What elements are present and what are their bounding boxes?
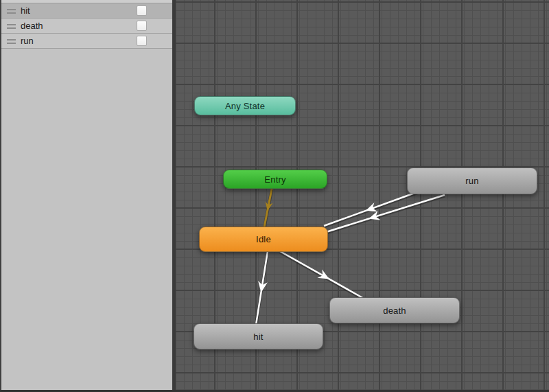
parameter-label: death [21, 21, 43, 31]
drag-handle-icon[interactable] [7, 24, 16, 29]
parameter-label: run [21, 36, 34, 46]
state-node-label: death [383, 305, 406, 316]
state-node-label: hit [253, 332, 263, 342]
parameter-label: hit [21, 5, 30, 16]
parameters-panel: hitdeathrun [0, 0, 172, 390]
state-node-entry[interactable]: Entry [223, 170, 327, 189]
state-node-label: Entry [264, 174, 285, 185]
parameter-list: hitdeathrun [1, 3, 172, 49]
panel-splitter[interactable] [172, 0, 176, 390]
drag-handle-icon[interactable] [7, 9, 16, 14]
state-node-label: run [465, 176, 478, 186]
state-node-label: Any State [225, 101, 265, 111]
state-node-run[interactable]: run [407, 168, 537, 194]
state-node-any-state[interactable]: Any State [194, 96, 296, 115]
state-node-death[interactable]: death [329, 297, 460, 323]
parameter-row-hit[interactable]: hit [1, 3, 172, 19]
parameter-row-run[interactable]: run [1, 34, 172, 49]
animator-window: { "parameters_panel": { "rows": [ {"labe… [0, 0, 549, 392]
parameter-checkbox[interactable] [137, 21, 147, 31]
parameter-checkbox[interactable] [137, 36, 147, 46]
state-node-idle[interactable]: Idle [199, 227, 328, 252]
transition-run-to-idle-b[interactable] [324, 195, 445, 233]
graph-canvas[interactable]: Any StateEntryIdlerundeathhit [176, 0, 549, 390]
drag-handle-icon[interactable] [7, 39, 16, 44]
parameter-checkbox[interactable] [137, 5, 147, 16]
transition-shadow [324, 196, 445, 234]
state-node-label: Idle [256, 234, 271, 244]
state-node-hit[interactable]: hit [194, 323, 323, 349]
parameter-row-death[interactable]: death [1, 19, 172, 34]
